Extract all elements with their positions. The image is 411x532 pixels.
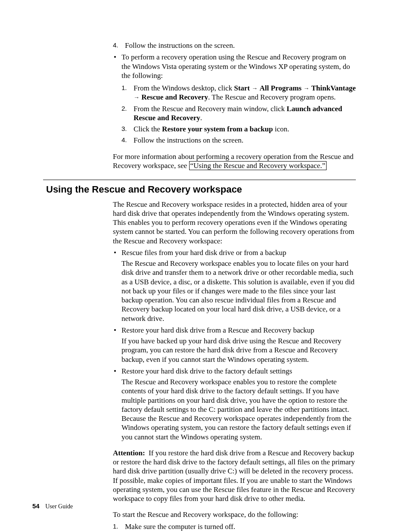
list-item: Restore your hard disk drive to the fact… — [113, 367, 356, 442]
step-number: 4. — [121, 136, 127, 144]
cross-ref-link[interactable]: “Using the Rescue and Recovery workspace… — [189, 161, 327, 170]
step-text: Follow the instructions on the screen. — [125, 41, 235, 50]
bullet-body: The Rescue and Recovery workspace enable… — [121, 259, 356, 323]
bullet-intro: To perform a recovery operation using th… — [121, 53, 350, 80]
list-item: 4. Follow the instructions on the screen… — [121, 136, 356, 145]
step-text: Make sure the computer is turned off. — [125, 523, 235, 531]
bullet-head: Rescue files from your hard disk drive o… — [121, 249, 286, 257]
section-intro: The Rescue and Recovery workspace reside… — [113, 200, 356, 246]
bullet-head: Restore your hard disk drive to the fact… — [121, 367, 292, 375]
footer-title: User Guide — [45, 503, 73, 510]
arrow-icon: → — [303, 85, 309, 92]
list-item: 3. Click the Restore your system from a … — [121, 124, 356, 134]
substeps: 1. From the Windows desktop, click Start… — [121, 84, 356, 145]
bullet-body: If you have backed up your hard disk dri… — [121, 336, 356, 364]
prev-steps: 4. Follow the instructions on the screen… — [113, 41, 356, 50]
section-heading: Using the Rescue and Recovery workspace — [46, 184, 356, 196]
step-text: From the Rescue and Recovery main window… — [134, 105, 342, 122]
workspace-list: Rescue files from your hard disk drive o… — [113, 248, 356, 442]
arrow-icon: → — [252, 85, 258, 92]
list-item: 4. Follow the instructions on the screen… — [113, 41, 356, 50]
step-text: Click the Restore your system from a bac… — [134, 125, 289, 133]
section-rule — [43, 180, 356, 180]
list-item: 1. From the Windows desktop, click Start… — [121, 84, 356, 102]
step-text: Follow the instructions on the screen. — [134, 136, 243, 144]
list-item: 1. Make sure the computer is turned off. — [113, 522, 356, 531]
list-item: To perform a recovery operation using th… — [113, 53, 356, 145]
bullet-body: The Rescue and Recovery workspace enable… — [121, 377, 356, 442]
list-item: Rescue files from your hard disk drive o… — [113, 248, 356, 323]
attention-para: Attention: If you restore the hard disk … — [113, 448, 356, 504]
step-number: 4. — [113, 41, 118, 50]
bullet-group: To perform a recovery operation using th… — [113, 53, 356, 145]
arrow-icon: → — [134, 94, 140, 101]
step-number: 2. — [121, 105, 127, 113]
step-number: 1. — [121, 84, 127, 92]
list-item: Restore your hard disk drive from a Resc… — [113, 326, 356, 364]
list-item: 2. From the Rescue and Recovery main win… — [121, 104, 356, 123]
page-footer: 54 User Guide — [32, 502, 73, 510]
page-number: 54 — [32, 502, 40, 510]
start-steps: 1. Make sure the computer is turned off.… — [113, 522, 356, 532]
more-info-para: For more information about performing a … — [113, 152, 356, 171]
step-text: From the Windows desktop, click Start → … — [134, 84, 356, 101]
step-number: 1. — [113, 523, 118, 531]
start-intro: To start the Rescue and Recovery workspa… — [113, 510, 356, 519]
bullet-head: Restore your hard disk drive from a Resc… — [121, 326, 314, 334]
step-number: 3. — [121, 125, 127, 133]
